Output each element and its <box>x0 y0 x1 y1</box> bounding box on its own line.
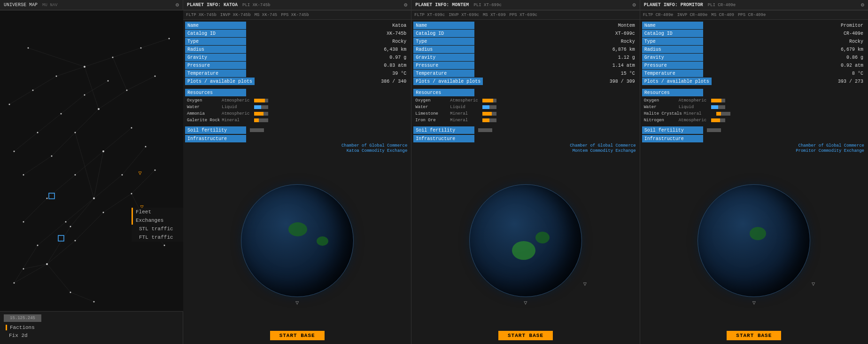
star-map-svg: ▽ ▽ <box>0 10 183 311</box>
infra-link-1-1[interactable]: Montem Commodity Exchange <box>415 149 636 153</box>
universe-map-gear-icon[interactable]: ⚙ <box>176 1 179 8</box>
res-bar-2-1 <box>711 105 725 109</box>
planet-panels: PLANET INFO: KATOA PLI XK-745b ⚙ FLTP XK… <box>183 0 868 344</box>
svg-point-63 <box>98 108 100 110</box>
resources-label-1: Resources <box>413 89 474 96</box>
svg-point-49 <box>37 245 39 246</box>
planet-gear-icon-1[interactable]: ⚙ <box>632 1 636 8</box>
svg-point-83 <box>164 245 165 246</box>
resource-row-0-1: Water Liquid <box>185 104 409 110</box>
soil-label-2: Soil fertility <box>642 126 703 134</box>
star-map-canvas[interactable]: ▽ ▽ Fleet Exchanges STL traffic FTL traf… <box>0 10 183 311</box>
field-value-0-0: Katoa <box>246 23 409 29</box>
infra-label-0: Infrastructure <box>185 135 246 142</box>
pps-link-1[interactable]: PPS XT-699c <box>510 13 537 17</box>
field-label-1-6: Temperature <box>413 70 474 77</box>
fltp-link-1[interactable]: FLTP XT-699c <box>414 13 445 17</box>
planet-id-2: PLI CR-409e <box>708 3 736 8</box>
invp-link-2[interactable]: INVP CR-409e <box>677 13 707 17</box>
field-label-2-3: Radius <box>642 46 703 53</box>
map-bottom: 15.125.245 Factions Fix 2d <box>0 311 183 344</box>
resource-row-2-0: Oxygen Atmospheric <box>642 97 866 104</box>
res-bar-2-2 <box>716 112 730 116</box>
field-value-1-7: 398 / 309 <box>483 78 637 85</box>
svg-point-79 <box>23 268 24 270</box>
resource-row-2-3: Nitrogen Atmospheric <box>642 117 866 124</box>
ms-link-0[interactable]: MS XK-745 <box>255 13 278 17</box>
invp-link-1[interactable]: INVP XT-699c <box>449 13 479 17</box>
infra-link-2-0[interactable]: Chamber of Global Commerce <box>644 143 864 148</box>
field-label-0-6: Temperature <box>185 70 246 77</box>
sidebar-fix2d[interactable]: Fix 2d <box>4 332 179 339</box>
svg-point-73 <box>56 76 57 77</box>
resources-label-0: Resources <box>185 89 246 96</box>
res-name-0-0: Oxygen <box>187 98 220 103</box>
fltp-link-2[interactable]: FLTP CR-409e <box>643 13 674 17</box>
field-label-1-4: Gravity <box>413 54 474 61</box>
svg-text:▽: ▽ <box>138 170 142 177</box>
svg-point-76 <box>112 57 114 58</box>
res-bar-1-0 <box>482 99 496 102</box>
infra-link-2-1[interactable]: Promitor Commodity Exchange <box>644 149 864 153</box>
info-row-0-4: Gravity 0.97 g <box>185 54 409 61</box>
field-value-2-7: 393 / 273 <box>712 78 866 85</box>
infra-link-1-0[interactable]: Chamber of Global Commerce <box>415 143 636 148</box>
res-type-0-1: Liquid <box>222 105 252 109</box>
pps-link-2[interactable]: PPS CR-409e <box>738 13 766 17</box>
res-name-0-2: Ammonia <box>187 111 220 116</box>
field-label-2-1: Catalog ID <box>642 30 703 37</box>
res-bar-fill-1-1 <box>482 105 489 109</box>
res-bar-container-1-2 <box>482 112 496 116</box>
globe-nav-indicator-1: ▽ <box>524 299 527 306</box>
info-row-1-1: Catalog ID XT-699c <box>413 30 637 37</box>
fltp-link-0[interactable]: FLTP XK-745b <box>186 13 217 17</box>
resource-row-0-2: Ammonia Atmospheric <box>185 110 409 117</box>
svg-point-61 <box>51 156 53 157</box>
infra-link-0-0[interactable]: Chamber of Global Commerce <box>187 143 407 148</box>
ms-link-2[interactable]: MS CR-409 <box>711 13 734 17</box>
svg-point-70 <box>108 80 109 82</box>
pps-link-0[interactable]: PPS XK-745b <box>281 13 309 17</box>
ms-link-1[interactable]: MS XT-699 <box>483 13 506 17</box>
info-row-0-0: Name Katoa <box>185 22 409 29</box>
res-name-1-0: Oxygen <box>415 98 448 103</box>
res-name-1-2: Limestone <box>415 111 448 116</box>
info-row-2-6: Temperature 8 °C <box>642 70 866 77</box>
soil-row-0: Soil fertility <box>183 126 411 134</box>
start-base-button-0[interactable]: START BASE <box>270 331 325 340</box>
field-label-0-5: Pressure <box>185 62 246 69</box>
infra-label-1: Infrastructure <box>413 135 474 142</box>
infra-link-0-1[interactable]: Katoa Commodity Exchange <box>187 149 407 153</box>
res-type-1-1: Liquid <box>450 105 480 109</box>
res-bar-fill-0-2 <box>254 112 264 116</box>
sidebar-exchanges[interactable]: Exchanges <box>132 216 183 225</box>
planet-gear-icon-0[interactable]: ⚙ <box>404 1 407 8</box>
planet-panel-montem: PLANET INFO: MONTEM PLI XT-699c ⚙ FLTP X… <box>411 0 640 344</box>
res-bar-fill-0-3 <box>254 118 259 122</box>
resources-section-2: Resources Oxygen Atmospheric Water Liqui… <box>640 87 868 125</box>
infra-links-1: Chamber of Global CommerceMontem Commodi… <box>413 142 637 154</box>
info-row-2-3: Radius 6,679 km <box>642 46 866 53</box>
res-type-2-0: Atmospheric <box>679 98 709 103</box>
invp-link-0[interactable]: INVP XK-745b <box>220 13 251 17</box>
start-base-container-0: START BASE <box>183 327 411 344</box>
sidebar-stl-traffic[interactable]: STL traffic <box>132 225 183 233</box>
start-base-button-2[interactable]: START BASE <box>727 331 781 340</box>
svg-point-64 <box>126 90 128 91</box>
field-label-2-7: Plots / available plots <box>642 78 712 85</box>
field-value-1-1: XT-699c <box>474 31 637 37</box>
sidebar-ftl-traffic[interactable]: FTL traffic <box>132 233 183 242</box>
field-label-2-6: Temperature <box>642 70 703 77</box>
field-label-1-1: Catalog ID <box>413 30 474 37</box>
info-row-0-1: Catalog ID XK-745b <box>185 30 409 37</box>
sidebar-factions[interactable]: Factions <box>4 324 179 331</box>
svg-point-78 <box>169 38 170 39</box>
soil-row-2: Soil fertility <box>640 126 868 134</box>
sidebar-fleet[interactable]: Fleet <box>132 208 183 216</box>
start-base-button-1[interactable]: START BASE <box>498 331 553 340</box>
svg-point-74 <box>84 66 85 68</box>
field-value-1-5: 1.14 atm <box>474 63 637 69</box>
res-name-0-1: Water <box>187 105 220 109</box>
planet-gear-icon-2[interactable]: ⚙ <box>861 1 864 8</box>
universe-map-subtitle: MU NAV <box>42 3 57 8</box>
